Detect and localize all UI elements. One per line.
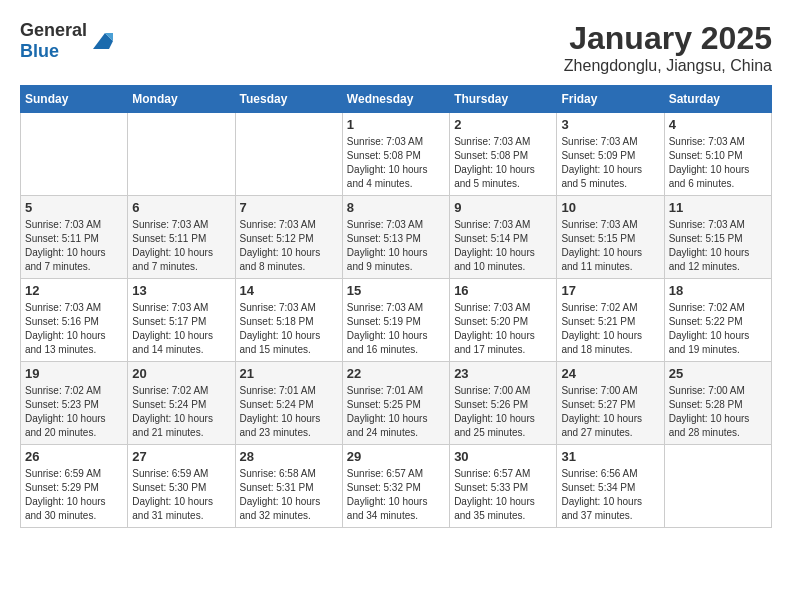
day-info: Sunrise: 7:03 AM Sunset: 5:13 PM Dayligh… xyxy=(347,218,445,274)
day-number: 16 xyxy=(454,283,552,298)
day-number: 31 xyxy=(561,449,659,464)
day-info: Sunrise: 6:59 AM Sunset: 5:30 PM Dayligh… xyxy=(132,467,230,523)
weekday-header-monday: Monday xyxy=(128,86,235,113)
day-info: Sunrise: 7:03 AM Sunset: 5:15 PM Dayligh… xyxy=(669,218,767,274)
calendar-cell: 13Sunrise: 7:03 AM Sunset: 5:17 PM Dayli… xyxy=(128,279,235,362)
day-info: Sunrise: 7:02 AM Sunset: 5:21 PM Dayligh… xyxy=(561,301,659,357)
week-row-1: 1Sunrise: 7:03 AM Sunset: 5:08 PM Daylig… xyxy=(21,113,772,196)
calendar-cell: 9Sunrise: 7:03 AM Sunset: 5:14 PM Daylig… xyxy=(450,196,557,279)
week-row-5: 26Sunrise: 6:59 AM Sunset: 5:29 PM Dayli… xyxy=(21,445,772,528)
day-number: 13 xyxy=(132,283,230,298)
day-number: 26 xyxy=(25,449,123,464)
day-info: Sunrise: 7:00 AM Sunset: 5:27 PM Dayligh… xyxy=(561,384,659,440)
title-block: January 2025 Zhengdonglu, Jiangsu, China xyxy=(564,20,772,75)
weekday-header-sunday: Sunday xyxy=(21,86,128,113)
weekday-header-wednesday: Wednesday xyxy=(342,86,449,113)
calendar-cell xyxy=(664,445,771,528)
day-info: Sunrise: 7:02 AM Sunset: 5:24 PM Dayligh… xyxy=(132,384,230,440)
day-number: 25 xyxy=(669,366,767,381)
calendar-cell: 8Sunrise: 7:03 AM Sunset: 5:13 PM Daylig… xyxy=(342,196,449,279)
weekday-header-saturday: Saturday xyxy=(664,86,771,113)
logo-text: General Blue xyxy=(20,20,87,62)
day-info: Sunrise: 7:03 AM Sunset: 5:14 PM Dayligh… xyxy=(454,218,552,274)
day-number: 15 xyxy=(347,283,445,298)
day-info: Sunrise: 7:03 AM Sunset: 5:11 PM Dayligh… xyxy=(25,218,123,274)
calendar-cell: 25Sunrise: 7:00 AM Sunset: 5:28 PM Dayli… xyxy=(664,362,771,445)
day-number: 1 xyxy=(347,117,445,132)
week-row-3: 12Sunrise: 7:03 AM Sunset: 5:16 PM Dayli… xyxy=(21,279,772,362)
logo-general: General xyxy=(20,20,87,40)
logo: General Blue xyxy=(20,20,113,62)
page-header: General Blue January 2025 Zhengdonglu, J… xyxy=(20,20,772,75)
day-info: Sunrise: 7:02 AM Sunset: 5:23 PM Dayligh… xyxy=(25,384,123,440)
day-info: Sunrise: 6:57 AM Sunset: 5:33 PM Dayligh… xyxy=(454,467,552,523)
day-number: 3 xyxy=(561,117,659,132)
day-number: 20 xyxy=(132,366,230,381)
calendar-cell: 14Sunrise: 7:03 AM Sunset: 5:18 PM Dayli… xyxy=(235,279,342,362)
calendar-cell: 24Sunrise: 7:00 AM Sunset: 5:27 PM Dayli… xyxy=(557,362,664,445)
calendar-table: SundayMondayTuesdayWednesdayThursdayFrid… xyxy=(20,85,772,528)
calendar-title: January 2025 xyxy=(564,20,772,57)
calendar-cell xyxy=(235,113,342,196)
day-number: 12 xyxy=(25,283,123,298)
day-info: Sunrise: 7:03 AM Sunset: 5:17 PM Dayligh… xyxy=(132,301,230,357)
calendar-cell: 10Sunrise: 7:03 AM Sunset: 5:15 PM Dayli… xyxy=(557,196,664,279)
day-info: Sunrise: 6:56 AM Sunset: 5:34 PM Dayligh… xyxy=(561,467,659,523)
day-number: 14 xyxy=(240,283,338,298)
day-number: 19 xyxy=(25,366,123,381)
day-info: Sunrise: 7:01 AM Sunset: 5:24 PM Dayligh… xyxy=(240,384,338,440)
calendar-cell: 17Sunrise: 7:02 AM Sunset: 5:21 PM Dayli… xyxy=(557,279,664,362)
day-number: 8 xyxy=(347,200,445,215)
calendar-cell: 1Sunrise: 7:03 AM Sunset: 5:08 PM Daylig… xyxy=(342,113,449,196)
week-row-4: 19Sunrise: 7:02 AM Sunset: 5:23 PM Dayli… xyxy=(21,362,772,445)
calendar-cell: 21Sunrise: 7:01 AM Sunset: 5:24 PM Dayli… xyxy=(235,362,342,445)
day-info: Sunrise: 7:03 AM Sunset: 5:15 PM Dayligh… xyxy=(561,218,659,274)
calendar-cell: 26Sunrise: 6:59 AM Sunset: 5:29 PM Dayli… xyxy=(21,445,128,528)
day-number: 29 xyxy=(347,449,445,464)
day-number: 22 xyxy=(347,366,445,381)
day-info: Sunrise: 7:03 AM Sunset: 5:20 PM Dayligh… xyxy=(454,301,552,357)
day-number: 9 xyxy=(454,200,552,215)
day-number: 18 xyxy=(669,283,767,298)
weekday-header-friday: Friday xyxy=(557,86,664,113)
day-info: Sunrise: 7:00 AM Sunset: 5:28 PM Dayligh… xyxy=(669,384,767,440)
calendar-cell: 15Sunrise: 7:03 AM Sunset: 5:19 PM Dayli… xyxy=(342,279,449,362)
calendar-cell: 2Sunrise: 7:03 AM Sunset: 5:08 PM Daylig… xyxy=(450,113,557,196)
day-number: 7 xyxy=(240,200,338,215)
calendar-cell: 28Sunrise: 6:58 AM Sunset: 5:31 PM Dayli… xyxy=(235,445,342,528)
day-info: Sunrise: 6:58 AM Sunset: 5:31 PM Dayligh… xyxy=(240,467,338,523)
day-number: 4 xyxy=(669,117,767,132)
calendar-cell: 19Sunrise: 7:02 AM Sunset: 5:23 PM Dayli… xyxy=(21,362,128,445)
calendar-cell: 6Sunrise: 7:03 AM Sunset: 5:11 PM Daylig… xyxy=(128,196,235,279)
day-number: 6 xyxy=(132,200,230,215)
day-info: Sunrise: 7:03 AM Sunset: 5:12 PM Dayligh… xyxy=(240,218,338,274)
logo-blue: Blue xyxy=(20,41,59,61)
day-info: Sunrise: 7:03 AM Sunset: 5:08 PM Dayligh… xyxy=(347,135,445,191)
day-number: 5 xyxy=(25,200,123,215)
calendar-cell: 4Sunrise: 7:03 AM Sunset: 5:10 PM Daylig… xyxy=(664,113,771,196)
calendar-cell: 23Sunrise: 7:00 AM Sunset: 5:26 PM Dayli… xyxy=(450,362,557,445)
day-info: Sunrise: 6:59 AM Sunset: 5:29 PM Dayligh… xyxy=(25,467,123,523)
calendar-cell: 11Sunrise: 7:03 AM Sunset: 5:15 PM Dayli… xyxy=(664,196,771,279)
weekday-header-tuesday: Tuesday xyxy=(235,86,342,113)
day-info: Sunrise: 7:03 AM Sunset: 5:09 PM Dayligh… xyxy=(561,135,659,191)
day-number: 23 xyxy=(454,366,552,381)
day-number: 17 xyxy=(561,283,659,298)
day-info: Sunrise: 7:03 AM Sunset: 5:10 PM Dayligh… xyxy=(669,135,767,191)
calendar-cell: 29Sunrise: 6:57 AM Sunset: 5:32 PM Dayli… xyxy=(342,445,449,528)
calendar-cell: 20Sunrise: 7:02 AM Sunset: 5:24 PM Dayli… xyxy=(128,362,235,445)
day-number: 10 xyxy=(561,200,659,215)
day-number: 30 xyxy=(454,449,552,464)
calendar-cell xyxy=(21,113,128,196)
calendar-cell xyxy=(128,113,235,196)
day-info: Sunrise: 7:03 AM Sunset: 5:08 PM Dayligh… xyxy=(454,135,552,191)
day-info: Sunrise: 7:03 AM Sunset: 5:16 PM Dayligh… xyxy=(25,301,123,357)
day-info: Sunrise: 7:00 AM Sunset: 5:26 PM Dayligh… xyxy=(454,384,552,440)
day-number: 28 xyxy=(240,449,338,464)
day-number: 21 xyxy=(240,366,338,381)
calendar-cell: 31Sunrise: 6:56 AM Sunset: 5:34 PM Dayli… xyxy=(557,445,664,528)
day-number: 27 xyxy=(132,449,230,464)
calendar-cell: 12Sunrise: 7:03 AM Sunset: 5:16 PM Dayli… xyxy=(21,279,128,362)
weekday-header-row: SundayMondayTuesdayWednesdayThursdayFrid… xyxy=(21,86,772,113)
calendar-cell: 27Sunrise: 6:59 AM Sunset: 5:30 PM Dayli… xyxy=(128,445,235,528)
